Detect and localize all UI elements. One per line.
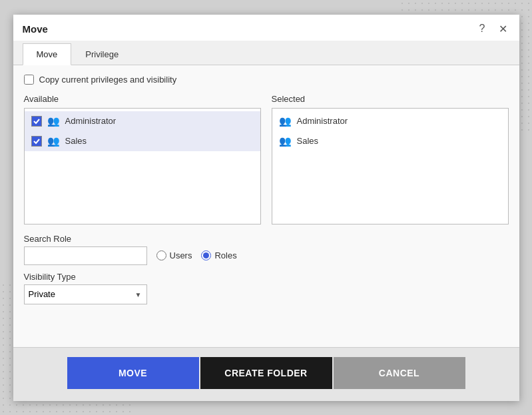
radio-roles-label: Roles [214, 250, 236, 260]
title-icons: ? ✕ [477, 21, 510, 37]
cancel-button[interactable]: CANCEL [334, 357, 465, 389]
visibility-type-label: Visibility Type [24, 272, 509, 282]
title-bar: Move ? ✕ [13, 15, 519, 41]
copy-checkbox-row: Copy current privileges and visibility [24, 75, 509, 85]
selected-item-admin-label: Administrator [297, 116, 348, 126]
selected-panel: Selected 👥 Administrator 👥 Sales [272, 94, 509, 224]
visibility-select-wrapper: Private Public Shared [24, 284, 147, 304]
group-icon: 👥 [279, 115, 292, 127]
tab-bar: Move Privilege [13, 41, 519, 65]
radio-users-input[interactable] [156, 250, 166, 260]
checkbox-checked-sales [31, 136, 42, 147]
list-item[interactable]: 👥 Administrator [272, 111, 508, 131]
search-role-section: Search Role Users Roles [24, 234, 509, 265]
visibility-type-select[interactable]: Private Public Shared [24, 284, 147, 304]
search-role-label: Search Role [24, 234, 509, 244]
copy-privileges-checkbox[interactable] [24, 75, 34, 85]
dialog-title: Move [23, 23, 48, 35]
help-button[interactable]: ? [477, 21, 488, 36]
visibility-section: Visibility Type Private Public Shared [24, 272, 509, 304]
tab-move[interactable]: Move [23, 43, 72, 65]
available-item-sales-label: Sales [65, 136, 87, 146]
radio-group: Users Roles [156, 250, 237, 260]
checkmark-icon [33, 138, 40, 145]
group-icon: 👥 [47, 115, 60, 127]
available-list: 👥 Administrator 👥 Sales [24, 108, 261, 224]
tab-privilege[interactable]: Privilege [71, 43, 133, 65]
available-heading: Available [24, 94, 261, 104]
list-item[interactable]: 👥 Sales [272, 131, 508, 151]
list-item[interactable]: 👥 Administrator [25, 111, 260, 131]
panels-row: Available 👥 Administrator [24, 94, 509, 224]
search-role-row: Users Roles [24, 246, 509, 265]
group-icon: 👥 [279, 135, 292, 147]
list-item[interactable]: 👥 Sales [25, 131, 260, 151]
search-role-input[interactable] [24, 246, 147, 265]
checkmark-icon [33, 118, 40, 125]
copy-privileges-label[interactable]: Copy current privileges and visibility [39, 75, 177, 85]
radio-users[interactable]: Users [156, 250, 192, 260]
close-button[interactable]: ✕ [496, 21, 510, 37]
selected-list: 👥 Administrator 👥 Sales [272, 108, 509, 224]
radio-roles-input[interactable] [201, 250, 211, 260]
dialog-content: Copy current privileges and visibility A… [13, 65, 519, 347]
available-item-admin-label: Administrator [65, 116, 117, 126]
move-dialog: Move ? ✕ Move Privilege Copy current pri… [13, 15, 519, 401]
create-folder-button[interactable]: CREATE FOLDER [200, 357, 332, 389]
group-icon: 👥 [47, 135, 60, 147]
checkbox-checked-admin [31, 116, 42, 127]
available-panel: Available 👥 Administrator [24, 94, 261, 224]
selected-heading: Selected [272, 94, 509, 104]
move-button[interactable]: MOVE [67, 357, 199, 389]
selected-item-sales-label: Sales [297, 136, 319, 146]
footer: MOVE CREATE FOLDER CANCEL [13, 347, 519, 401]
radio-users-label: Users [170, 250, 192, 260]
radio-roles[interactable]: Roles [201, 250, 236, 260]
